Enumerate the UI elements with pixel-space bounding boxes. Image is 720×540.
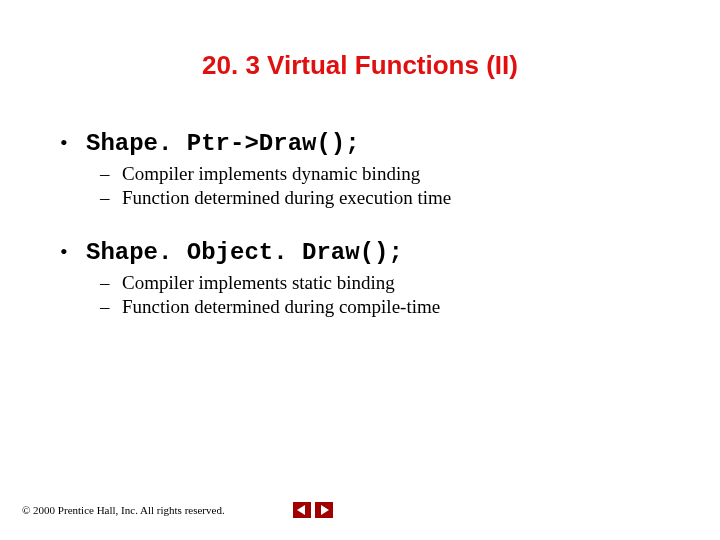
bullet-text: Shape. Object. Draw();: [86, 239, 403, 266]
sub-bullet-text: Compiler implements dynamic binding: [122, 163, 420, 184]
sub-bullet-text: Function determined during compile-time: [122, 296, 440, 317]
bullet-level-1: Shape. Object. Draw();: [60, 239, 680, 266]
next-button[interactable]: [315, 502, 333, 518]
slide: 20. 3 Virtual Functions (II) Shape. Ptr-…: [0, 0, 720, 540]
bullet-level-2: Function determined during execution tim…: [100, 187, 680, 209]
slide-content: Shape. Ptr->Draw(); Compiler implements …: [60, 130, 680, 348]
slide-title: 20. 3 Virtual Functions (II): [0, 50, 720, 81]
bullet-level-2: Function determined during compile-time: [100, 296, 680, 318]
triangle-left-icon: [297, 505, 307, 515]
sub-bullet-text: Function determined during execution tim…: [122, 187, 451, 208]
sub-bullets: Compiler implements static binding Funct…: [100, 272, 680, 318]
svg-marker-1: [321, 505, 329, 515]
triangle-right-icon: [319, 505, 329, 515]
bullet-level-2: Compiler implements dynamic binding: [100, 163, 680, 185]
prev-button[interactable]: [293, 502, 311, 518]
bullet-text: Shape. Ptr->Draw();: [86, 130, 360, 157]
bullet-level-1: Shape. Ptr->Draw();: [60, 130, 680, 157]
sub-bullet-text: Compiler implements static binding: [122, 272, 395, 293]
nav-buttons: [293, 502, 333, 518]
footer: © 2000 Prentice Hall, Inc. All rights re…: [22, 502, 333, 518]
copyright-text: © 2000 Prentice Hall, Inc. All rights re…: [22, 504, 225, 516]
bullet-level-2: Compiler implements static binding: [100, 272, 680, 294]
svg-marker-0: [297, 505, 305, 515]
sub-bullets: Compiler implements dynamic binding Func…: [100, 163, 680, 209]
